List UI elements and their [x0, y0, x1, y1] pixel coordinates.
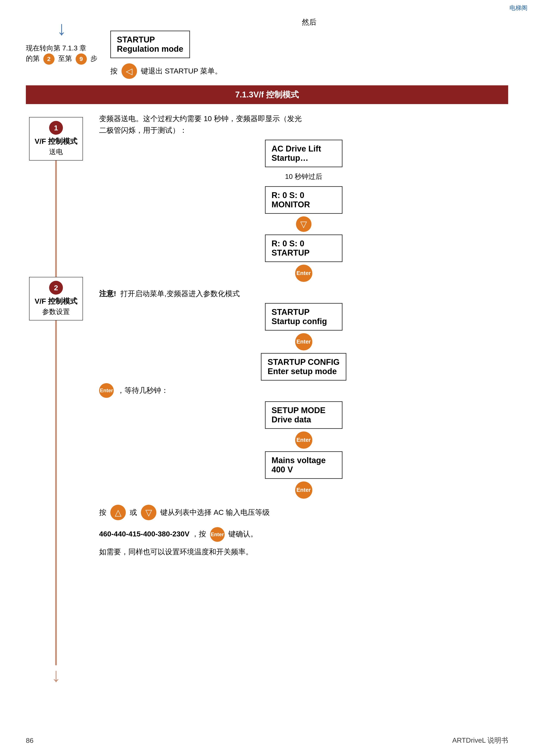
setup-mode-box: SETUP MODE Drive data: [265, 401, 343, 429]
footer: 86 ARTDriveL 说明书: [26, 736, 508, 745]
arrow-down-icon: ↓: [57, 17, 66, 40]
monitor-center: R: 0 S: 0 MONITOR: [99, 186, 508, 214]
enter-center-1: Enter: [99, 265, 508, 282]
section-header: 7.1.3V/f 控制模式: [26, 85, 508, 104]
env-row: 如需要，同样也可以设置环境温度和开关频率。: [99, 547, 508, 557]
back-suffix: 键退出 STARTUP 菜单。: [141, 66, 222, 76]
enter-button-2[interactable]: Enter: [295, 333, 312, 350]
step2-circle: 2: [49, 281, 63, 295]
select-voltage-row: 按 △ 或 ▽ 键从列表中选择 AC 输入电压等级: [99, 505, 508, 520]
step2-sub: 参数设置: [42, 307, 70, 316]
mains-box: Mains voltage 400 V: [265, 451, 343, 479]
voltage-list: 460-440-415-400-380-230V: [99, 530, 190, 538]
mains-center: Mains voltage 400 V: [99, 451, 508, 479]
enter-button-1[interactable]: Enter: [295, 265, 312, 282]
footer-page-num: 86: [26, 737, 34, 744]
back-prefix: 按: [110, 66, 117, 76]
step1-box: 1 V/F 控制模式 送电: [29, 117, 83, 161]
step-num-2-badge: 2: [43, 53, 55, 65]
left-flow-inner: 1 V/F 控制模式 送电 2 V/F 控制模式 参数设置 ↓: [26, 117, 86, 685]
left-flow: 1 V/F 控制模式 送电 2 V/F 控制模式 参数设置 ↓: [26, 113, 86, 685]
setup-mode-center: SETUP MODE Drive data: [99, 401, 508, 429]
startup-config2-center: STARTUP CONFIG Enter setup mode: [99, 353, 508, 381]
intro-text: 变频器送电。这个过程大约需要 10 秒钟，变频器即显示（发光 二极管闪烁，用于测…: [99, 113, 508, 136]
wait-text: ，等待几秒钟：: [117, 386, 168, 395]
startup-line1: STARTUP: [117, 35, 183, 44]
step2-title: V/F 控制模式: [35, 296, 77, 306]
step1-circle: 1: [49, 121, 63, 135]
startup-config-line1: STARTUP: [272, 308, 336, 317]
back-row: 按 ◁ 键退出 STARTUP 菜单。: [110, 63, 222, 79]
startup-config-line2: Startup config: [272, 317, 336, 326]
up-arrow-icon[interactable]: △: [110, 505, 126, 520]
step1-sub: 送电: [49, 147, 63, 157]
top-area: ↓ 现在转向第 7.1.3 章 的第 2 至第 9 步 然后 STARTUP R…: [26, 17, 508, 79]
ac-drive-box: AC Drive Lift Startup…: [265, 140, 343, 167]
ac-drive-line2: Startup…: [272, 153, 336, 163]
enter-button-5[interactable]: Enter: [295, 481, 312, 499]
select-vol-prefix: 按: [99, 507, 106, 517]
top-right-label: 电梯阁: [509, 4, 527, 12]
flow-line-2: [55, 320, 57, 665]
notice-row: 注意! 打开启动菜单,变频器进入参数化模式: [99, 289, 508, 299]
monitor-box: R: 0 S: 0 MONITOR: [265, 186, 343, 214]
mains-line2: 400 V: [272, 465, 336, 474]
startup-config-box: STARTUP Startup config: [265, 303, 343, 331]
text-mid: 至第: [58, 55, 72, 62]
notice-label: 注意!: [99, 289, 116, 299]
select-vol-or: 或: [130, 507, 137, 517]
enter-wait-row: Enter ，等待几秒钟：: [99, 383, 508, 398]
top-left: ↓ 现在转向第 7.1.3 章 的第 2 至第 9 步: [26, 17, 97, 65]
top-left-text: 现在转向第 7.1.3 章 的第 2 至第 9 步: [26, 43, 97, 65]
setup-mode-line2: Drive data: [272, 415, 336, 424]
step1-title: V/F 控制模式: [35, 136, 77, 146]
enter-center-5: Enter: [99, 481, 508, 499]
enter-button-3[interactable]: Enter: [99, 383, 114, 398]
page: 电梯阁 ↓ 现在转向第 7.1.3 章 的第 2 至第 9 步 然后 START…: [0, 0, 534, 756]
startup-regulation-box: STARTUP Regulation mode: [110, 31, 190, 58]
top-right-area: 然后 STARTUP Regulation mode 按 ◁ 键退出 START…: [110, 17, 508, 79]
text-line2: 的第: [26, 55, 39, 62]
main-body: 1 V/F 控制模式 送电 2 V/F 控制模式 参数设置 ↓: [26, 113, 508, 685]
footer-title: ARTDriveL 说明书: [452, 736, 508, 745]
ac-drive-line1: AC Drive Lift: [272, 144, 336, 153]
select-vol-suffix: 键从列表中选择 AC 输入电压等级: [160, 507, 270, 517]
startup-r0-line1: R: 0 S: 0: [272, 239, 336, 248]
enter-center-4: Enter: [99, 431, 508, 449]
vol-confirm-prefix: ，按: [191, 530, 206, 538]
startup-box: R: 0 S: 0 STARTUP: [265, 234, 343, 262]
down-nav-center: ▽: [99, 216, 508, 232]
ac-drive-center: AC Drive Lift Startup…: [99, 140, 508, 167]
monitor-line2: MONITOR: [272, 200, 336, 209]
startup-config2-line2: Enter setup mode: [267, 367, 340, 376]
monitor-line1: R: 0 S: 0: [272, 191, 336, 200]
notice-text: 打开启动菜单,变频器进入参数化模式: [120, 289, 240, 299]
step-num-9-badge: 9: [76, 53, 87, 65]
setup-mode-line1: SETUP MODE: [272, 406, 336, 415]
startup-config2-box: STARTUP CONFIG Enter setup mode: [261, 353, 346, 381]
enter-button-6[interactable]: Enter: [210, 527, 225, 542]
right-content: 变频器送电。这个过程大约需要 10 秒钟，变频器即显示（发光 二极管闪烁，用于测…: [86, 113, 508, 685]
enter-center-2: Enter: [99, 333, 508, 350]
vol-confirm-suffix: 键确认。: [228, 530, 258, 538]
step2-box: 2 V/F 控制模式 参数设置: [29, 277, 83, 320]
text-line1: 现在转向第 7.1.3 章: [26, 44, 87, 52]
after-10s-center: 10 秒钟过后: [99, 170, 508, 184]
enter-button-4[interactable]: Enter: [295, 431, 312, 449]
mains-line1: Mains voltage: [272, 456, 336, 465]
then-label: 然后: [110, 17, 508, 27]
startup-line2: Regulation mode: [117, 44, 183, 54]
flow-line-1: [55, 161, 57, 277]
down-nav-icon[interactable]: ▽: [296, 216, 312, 232]
back-icon[interactable]: ◁: [121, 63, 137, 79]
startup-r0-line2: STARTUP: [272, 248, 336, 257]
startup-config-center: STARTUP Startup config: [99, 303, 508, 331]
startup-config2-line1: STARTUP CONFIG: [267, 358, 340, 367]
down-arrow-icon[interactable]: ▽: [141, 505, 156, 520]
after-10s-caption: 10 秒钟过后: [285, 172, 322, 181]
voltage-row: 460-440-415-400-380-230V ，按 Enter 键确认。: [99, 527, 508, 542]
text-end: 步: [90, 55, 97, 62]
startup-center: R: 0 S: 0 STARTUP: [99, 234, 508, 262]
bottom-arrow-icon: ↓: [51, 665, 61, 685]
